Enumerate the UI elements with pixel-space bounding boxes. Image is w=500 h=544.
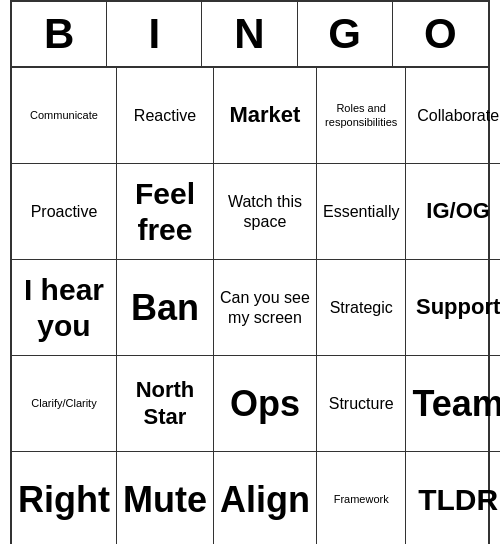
bingo-cell-8: Essentially xyxy=(317,164,406,260)
bingo-cell-9: IG/OG xyxy=(406,164,500,260)
bingo-letter-I: I xyxy=(107,2,202,66)
bingo-cell-18: Structure xyxy=(317,356,406,452)
bingo-cell-20: Right xyxy=(12,452,117,544)
bingo-cell-2: Market xyxy=(214,68,317,164)
bingo-cell-17: Ops xyxy=(214,356,317,452)
bingo-grid: CommunicateReactiveMarketRoles and respo… xyxy=(12,68,488,544)
bingo-cell-16: North Star xyxy=(117,356,214,452)
bingo-cell-14: Support xyxy=(406,260,500,356)
bingo-cell-10: I hear you xyxy=(12,260,117,356)
bingo-cell-5: Proactive xyxy=(12,164,117,260)
bingo-cell-3: Roles and responsibilities xyxy=(317,68,406,164)
bingo-cell-4: Collaborate xyxy=(406,68,500,164)
bingo-cell-22: Align xyxy=(214,452,317,544)
bingo-cell-15: Clarify/Clarity xyxy=(12,356,117,452)
bingo-letter-G: G xyxy=(298,2,393,66)
bingo-cell-12: Can you see my screen xyxy=(214,260,317,356)
bingo-cell-23: Framework xyxy=(317,452,406,544)
bingo-cell-24: TLDR xyxy=(406,452,500,544)
bingo-cell-1: Reactive xyxy=(117,68,214,164)
bingo-cell-11: Ban xyxy=(117,260,214,356)
bingo-header: BINGO xyxy=(12,2,488,68)
bingo-cell-21: Mute xyxy=(117,452,214,544)
bingo-cell-0: Communicate xyxy=(12,68,117,164)
bingo-cell-13: Strategic xyxy=(317,260,406,356)
bingo-cell-6: Feel free xyxy=(117,164,214,260)
bingo-letter-O: O xyxy=(393,2,488,66)
bingo-letter-B: B xyxy=(12,2,107,66)
bingo-letter-N: N xyxy=(202,2,297,66)
bingo-card: BINGO CommunicateReactiveMarketRoles and… xyxy=(10,0,490,544)
bingo-cell-7: Watch this space xyxy=(214,164,317,260)
bingo-cell-19: Team xyxy=(406,356,500,452)
